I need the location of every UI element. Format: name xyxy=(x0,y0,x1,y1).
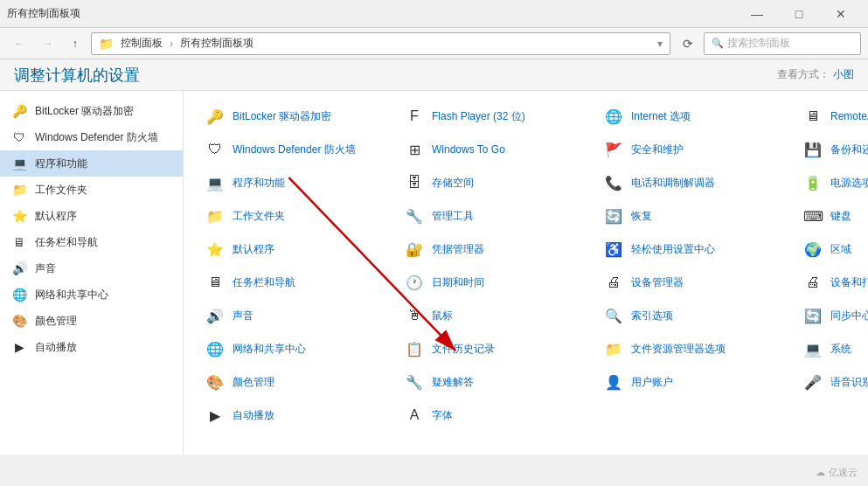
item-icon: 🖥 xyxy=(205,272,226,293)
item-label: 默认程序 xyxy=(233,242,274,257)
grid-item[interactable]: 🛡Windows Defender 防火墙 xyxy=(198,135,390,164)
grid-item[interactable]: 🔍索引选项 xyxy=(596,301,788,330)
grid-item[interactable]: 🔊声音 xyxy=(198,301,390,330)
breadcrumb-1[interactable]: 控制面板 xyxy=(117,34,166,52)
address-field[interactable]: 📁 控制面板 › 所有控制面板项 ▾ xyxy=(91,32,670,55)
grid-item[interactable]: 🖨设备和打印机 xyxy=(795,267,868,297)
item-icon: 🔍 xyxy=(603,305,624,326)
sidebar-item[interactable]: ⭐ 默认程序 xyxy=(0,203,183,229)
item-label: 键盘 xyxy=(830,209,851,224)
grid-item[interactable]: 🖱鼠标 xyxy=(397,301,589,330)
grid-item[interactable]: 🖥任务栏和导航 xyxy=(198,267,390,297)
back-button[interactable]: ← xyxy=(7,32,31,55)
watermark: ☁ 亿速云 xyxy=(816,466,858,479)
item-icon: ♿ xyxy=(603,239,624,260)
grid-item[interactable]: 💻系统 xyxy=(795,334,868,364)
main-content: 🔑 BitLocker 驱动器加密 🛡 Windows Defender 防火墙… xyxy=(0,91,868,455)
sidebar: 🔑 BitLocker 驱动器加密 🛡 Windows Defender 防火墙… xyxy=(0,91,184,455)
item-icon: 🌍 xyxy=(802,239,823,260)
grid-item[interactable]: ⌨键盘 xyxy=(795,201,868,231)
sidebar-item[interactable]: 🔑 BitLocker 驱动器加密 xyxy=(0,98,183,124)
grid-item[interactable]: 💾备份和还原(Windows 7) xyxy=(795,135,868,164)
sidebar-item[interactable]: 📁 工作文件夹 xyxy=(0,177,183,203)
item-icon: 🌐 xyxy=(205,338,226,359)
address-dropdown-icon[interactable]: ▾ xyxy=(657,38,663,50)
search-box[interactable]: 🔍 搜索控制面板 xyxy=(704,32,861,55)
grid-item[interactable]: 🖥RemoteApp 和桌面连接 xyxy=(795,101,868,131)
grid-item[interactable]: ♿轻松使用设置中心 xyxy=(596,234,788,264)
item-icon: 🗄 xyxy=(404,172,425,193)
grid-item[interactable]: 🔑BitLocker 驱动器加密 xyxy=(198,101,390,131)
up-button[interactable]: ↑ xyxy=(63,32,87,55)
search-placeholder: 搜索控制面板 xyxy=(727,36,853,51)
sidebar-item-icon: 🔊 xyxy=(10,260,28,277)
grid-item[interactable]: 🔄同步中心 xyxy=(795,301,868,330)
sidebar-item[interactable]: 🌐 网络和共享中心 xyxy=(0,281,183,308)
close-button[interactable]: ✕ xyxy=(821,2,861,26)
grid-item[interactable]: 🌐网络和共享中心 xyxy=(198,334,390,364)
item-icon: ▶ xyxy=(205,405,226,426)
grid-item[interactable]: ⊞Windows To Go xyxy=(397,135,589,164)
sidebar-item[interactable]: 🛡 Windows Defender 防火墙 xyxy=(0,124,183,150)
search-icon: 🔍 xyxy=(712,38,724,49)
item-label: BitLocker 驱动器加密 xyxy=(233,109,331,124)
maximize-button[interactable]: □ xyxy=(779,2,819,26)
grid-item[interactable]: 🎤语音识别 xyxy=(795,367,868,397)
sidebar-item[interactable]: 🖥 任务栏和导航 xyxy=(0,229,183,255)
item-label: 语音识别 xyxy=(830,375,868,390)
item-label: 凭据管理器 xyxy=(432,242,484,257)
grid-item[interactable]: 🔧管理工具 xyxy=(397,201,589,231)
window-title: 所有控制面板项 xyxy=(7,6,737,21)
sidebar-item[interactable]: 🎨 颜色管理 xyxy=(0,308,183,334)
item-label: 同步中心 xyxy=(830,309,868,323)
breadcrumb-separator: › xyxy=(170,38,173,50)
toolbar: 调整计算机的设置 查看方式： 小图 xyxy=(0,59,868,91)
sidebar-item-icon: 🛡 xyxy=(10,128,28,146)
grid-item[interactable]: A字体 xyxy=(397,400,589,430)
item-icon: 🔧 xyxy=(404,371,425,392)
breadcrumb-2[interactable]: 所有控制面板项 xyxy=(177,34,257,52)
grid-item[interactable]: ⭐默认程序 xyxy=(198,234,390,264)
view-value[interactable]: 小图 xyxy=(833,67,854,82)
minimize-button[interactable]: — xyxy=(737,2,777,26)
grid-item[interactable]: 📞电话和调制解调器 xyxy=(596,168,788,198)
sidebar-item[interactable]: 🔊 声音 xyxy=(0,255,183,281)
address-path: 控制面板 › 所有控制面板项 xyxy=(117,34,657,52)
grid-item[interactable]: 👤用户账户 xyxy=(596,367,788,397)
sidebar-item-label: 任务栏和导航 xyxy=(35,235,98,250)
watermark-icon: ☁ xyxy=(816,467,825,478)
grid-item[interactable]: FFlash Player (32 位) xyxy=(397,101,589,131)
forward-button[interactable]: → xyxy=(35,32,59,55)
grid-item[interactable]: 🕐日期和时间 xyxy=(397,267,589,297)
grid-item[interactable]: 🔐凭据管理器 xyxy=(397,234,589,264)
grid-item[interactable]: 🔋电源选项 xyxy=(795,168,868,198)
grid-item[interactable]: ▶自动播放 xyxy=(198,400,390,430)
refresh-button[interactable]: ⟳ xyxy=(676,32,700,55)
grid-item[interactable]: 🌍区域 xyxy=(795,234,868,264)
item-label: 设备和打印机 xyxy=(830,275,868,290)
grid-item[interactable]: 💻程序和功能 xyxy=(198,168,390,198)
item-icon: 🔐 xyxy=(404,239,425,260)
item-icon: A xyxy=(404,405,425,426)
grid-item[interactable]: 📁工作文件夹 xyxy=(198,201,390,231)
grid-item[interactable]: 🌐Internet 选项 xyxy=(596,101,788,131)
item-label: 索引选项 xyxy=(631,309,673,323)
sidebar-item-icon: ⭐ xyxy=(10,207,28,225)
item-icon: 👤 xyxy=(603,371,624,392)
item-icon: 🔋 xyxy=(802,172,823,193)
item-label: RemoteApp 和桌面连接 xyxy=(830,109,868,124)
grid-item[interactable]: 📋文件历史记录 xyxy=(397,334,589,364)
grid-item[interactable]: 🔄恢复 xyxy=(596,201,788,231)
page-title: 调整计算机的设置 xyxy=(14,65,140,86)
item-label: 区域 xyxy=(830,242,851,257)
grid-item[interactable]: 🗄存储空间 xyxy=(397,168,589,198)
grid-item[interactable]: 🖨设备管理器 xyxy=(596,267,788,297)
grid-item[interactable]: 🚩安全和维护 xyxy=(596,135,788,164)
sidebar-item[interactable]: ▶ 自动播放 xyxy=(0,334,183,360)
item-label: 文件资源管理器选项 xyxy=(631,342,726,357)
grid-item[interactable]: 📁文件资源管理器选项 xyxy=(596,334,788,364)
grid-item[interactable]: 🔧疑难解答 xyxy=(397,367,589,397)
sidebar-item[interactable]: 💻 程序和功能 xyxy=(0,150,183,177)
grid-item[interactable]: 🎨颜色管理 xyxy=(198,367,390,397)
item-label: 日期和时间 xyxy=(432,275,484,290)
